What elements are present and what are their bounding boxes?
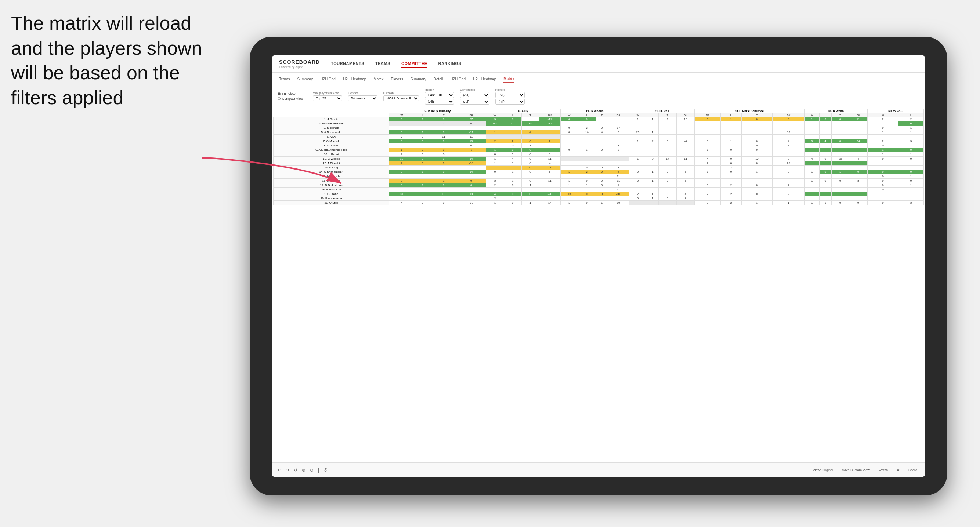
empty-header <box>274 109 389 117</box>
tab-h2h-grid-1[interactable]: H2H Grid <box>320 76 336 83</box>
refresh-icon[interactable]: ↺ <box>294 468 298 473</box>
table-row: 17. D Ballesteros 3 1 0 6 2 0 1 1 1 0 1 <box>274 183 924 187</box>
full-view-radio[interactable]: Full View <box>278 92 303 96</box>
tab-matrix-1[interactable]: Matrix <box>374 76 383 83</box>
tablet-device: SCOREBOARD Powered by clippd TOURNAMENTS… <box>250 37 947 495</box>
sh-11-t: T <box>596 113 608 117</box>
undo-icon[interactable]: ↩ <box>278 468 281 473</box>
conference-label: Conference <box>460 88 490 91</box>
conference-filter: Conference (All) (All) <box>460 88 490 105</box>
row-name: 2. M Kelly Mulcahy <box>274 121 389 126</box>
view-options: Full View Compact View <box>278 92 303 100</box>
col-header-21: 21. O Stoll <box>629 109 695 113</box>
nav-item-rankings[interactable]: RANKINGS <box>438 60 461 68</box>
gender-label: Gender <box>348 91 377 95</box>
compact-view-dot <box>278 97 280 100</box>
players-label: Players <box>495 88 525 91</box>
table-row: 1. J Garcia 3 1 0 27 3 0 -11 4 0 1 <box>274 117 924 121</box>
minus-icon[interactable]: ⊖ <box>310 468 313 473</box>
max-players-select[interactable]: Top 25 <box>313 95 342 101</box>
sh-2-t: T <box>431 113 456 117</box>
view-original-btn[interactable]: View: Original <box>811 467 835 473</box>
separator-icon: | <box>318 468 319 473</box>
tab-detail[interactable]: Detail <box>434 76 443 83</box>
sh-6-l: L <box>504 113 522 117</box>
sh-38-l: L <box>819 113 831 117</box>
table-row: 15. H Stranda 11 <box>274 174 924 179</box>
sh-21-l: L <box>647 113 659 117</box>
filters-row: Full View Compact View Max players in vi… <box>272 86 925 107</box>
watch-btn[interactable]: Watch <box>877 467 890 473</box>
tab-summary-2[interactable]: Summary <box>410 76 426 83</box>
share-btn[interactable]: Share <box>906 467 920 473</box>
table-row: 10. L Perini 3 0 0 0 2 0 1 <box>274 152 924 157</box>
division-select[interactable]: NCAA Division II <box>383 95 419 101</box>
clock-icon[interactable]: ⏱ <box>323 468 328 473</box>
tab-matrix-2[interactable]: Matrix <box>503 75 514 83</box>
conference-sub-select[interactable]: (All) <box>460 99 490 105</box>
logo-sub: Powered by clippd <box>279 65 320 68</box>
toolbar-right: View: Original Save Custom View Watch ⚙ … <box>811 467 920 473</box>
conference-select[interactable]: (All) <box>460 92 490 98</box>
sh-60-l: L <box>899 113 924 117</box>
players-select[interactable]: (All) <box>495 92 525 98</box>
sh-21-t: T <box>659 113 676 117</box>
sh-23-t: T <box>742 113 773 117</box>
gender-select[interactable]: Women's <box>348 95 377 101</box>
full-view-label: Full View <box>282 92 295 96</box>
region-select[interactable]: East - DII <box>425 92 454 98</box>
col-header-38: 38. A Webb <box>805 109 867 113</box>
table-row: 3. S Jelinek 0 2 0 17 <box>274 126 924 130</box>
nav-item-committee[interactable]: COMMITTEE <box>401 60 427 68</box>
table-row: 12. A Bianchi 2 0 0 -18 1 1 0 4 <box>274 161 924 165</box>
table-row: 21. O Stoll 4 0 0 -33 1 0 1 14 1 0 1 10 <box>274 201 924 205</box>
redo-icon[interactable]: ↪ <box>286 468 290 473</box>
region-filter: Region East - DII (All) <box>425 88 454 105</box>
sh-38-dif: Dif <box>849 113 867 117</box>
sh-23-l: L <box>721 113 741 117</box>
save-custom-btn[interactable]: Save Custom View <box>840 467 872 473</box>
nav-items: TOURNAMENTS TEAMS COMMITTEE RANKINGS <box>331 60 461 68</box>
max-players-label: Max players in view <box>313 91 342 95</box>
table-row: 14. S Srichantamit 3 1 0 14 0 1 0 5 1 2 … <box>274 170 924 174</box>
sh-11-w: W <box>560 113 578 117</box>
matrix-table: 2. M Kelly Mulcahy 6. A Dy 11. G Woods 2… <box>273 109 924 205</box>
compact-view-radio[interactable]: Compact View <box>278 97 303 100</box>
tab-h2h-grid-2[interactable]: H2H Grid <box>450 76 466 83</box>
table-row: 20. E Andersson 2 0 1 <box>274 196 924 201</box>
region-sub-select[interactable]: (All) <box>425 99 454 105</box>
row-name: 1. J Garcia <box>274 117 389 121</box>
gender-filter: Gender Women's <box>348 91 377 101</box>
sh-6-dif: Dif <box>539 113 560 117</box>
tab-h2h-heatmap-1[interactable]: H2H Heatmap <box>343 76 366 83</box>
sh-60-w: W <box>867 113 898 117</box>
table-row: 5. A Nomrowski 3 1 0 -11 1 4 0 14 4 0 25 <box>274 130 924 135</box>
sh-2-w: W <box>389 113 414 117</box>
sh-21-w: W <box>629 113 647 117</box>
col-header-60: 60. W Za... <box>867 109 923 113</box>
zoom-icon[interactable]: ⊕ <box>302 468 305 473</box>
compact-view-label: Compact View <box>282 97 303 100</box>
row-name: 5. A Nomrowski <box>274 130 389 135</box>
tab-teams[interactable]: Teams <box>279 76 290 83</box>
tab-h2h-heatmap-2[interactable]: H2H Heatmap <box>473 76 496 83</box>
tab-summary-1[interactable]: Summary <box>297 76 313 83</box>
division-label: Division <box>383 91 419 95</box>
nav-item-tournaments[interactable]: TOURNAMENTS <box>331 60 364 68</box>
col-header-11: 11. G Woods <box>560 109 629 113</box>
table-row: 9. A Maria Jimenez Rios 1 0 0 -7 1 0 0 0… <box>274 148 924 152</box>
table-row: 8. M Torres 0 0 1 0 1 0 1 2 3 <box>274 143 924 148</box>
table-row: 19. J Kanh 31 0 13 19 4 0 0 -20 13 0 0 -… <box>274 192 924 196</box>
players-sub-select[interactable]: (All) <box>495 99 525 105</box>
players-filter: Players (All) (All) <box>495 88 525 105</box>
tab-players[interactable]: Players <box>391 76 403 83</box>
nav-item-teams[interactable]: TEAMS <box>375 60 390 68</box>
division-filter: Division NCAA Division II <box>383 91 419 101</box>
annotation-text: The matrix will reload and the players s… <box>11 11 216 110</box>
arrow-indicator <box>180 136 364 209</box>
bottom-toolbar: ↩ ↪ ↺ ⊕ ⊖ | ⏱ View: Original Save Custom… <box>272 462 925 477</box>
sh-21-dif: Dif <box>676 113 695 117</box>
col-header-23: 23. L Marie Schumac. <box>695 109 805 113</box>
sh-6-w: W <box>486 113 504 117</box>
options-btn[interactable]: ⚙ <box>894 467 902 473</box>
